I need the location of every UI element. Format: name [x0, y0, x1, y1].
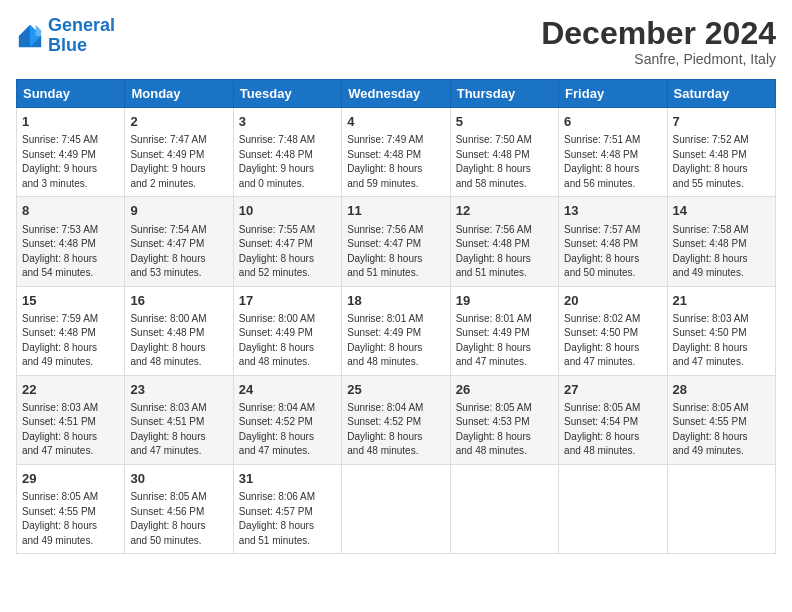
- day-info: Sunrise: 8:00 AM Sunset: 4:48 PM Dayligh…: [130, 312, 227, 370]
- calendar-cell: 4Sunrise: 7:49 AM Sunset: 4:48 PM Daylig…: [342, 108, 450, 197]
- day-info: Sunrise: 8:05 AM Sunset: 4:55 PM Dayligh…: [673, 401, 770, 459]
- day-info: Sunrise: 8:03 AM Sunset: 4:50 PM Dayligh…: [673, 312, 770, 370]
- day-number: 13: [564, 202, 661, 220]
- calendar-cell: 6Sunrise: 7:51 AM Sunset: 4:48 PM Daylig…: [559, 108, 667, 197]
- day-number: 28: [673, 381, 770, 399]
- day-number: 18: [347, 292, 444, 310]
- weekday-header-monday: Monday: [125, 80, 233, 108]
- day-number: 22: [22, 381, 119, 399]
- calendar-cell: 24Sunrise: 8:04 AM Sunset: 4:52 PM Dayli…: [233, 375, 341, 464]
- page-subtitle: Sanfre, Piedmont, Italy: [541, 51, 776, 67]
- calendar-cell: 17Sunrise: 8:00 AM Sunset: 4:49 PM Dayli…: [233, 286, 341, 375]
- page-title: December 2024: [541, 16, 776, 51]
- day-number: 3: [239, 113, 336, 131]
- calendar-cell: 30Sunrise: 8:05 AM Sunset: 4:56 PM Dayli…: [125, 464, 233, 553]
- day-info: Sunrise: 7:49 AM Sunset: 4:48 PM Dayligh…: [347, 133, 444, 191]
- day-info: Sunrise: 7:51 AM Sunset: 4:48 PM Dayligh…: [564, 133, 661, 191]
- day-number: 9: [130, 202, 227, 220]
- day-info: Sunrise: 7:54 AM Sunset: 4:47 PM Dayligh…: [130, 223, 227, 281]
- weekday-header-row: SundayMondayTuesdayWednesdayThursdayFrid…: [17, 80, 776, 108]
- day-number: 24: [239, 381, 336, 399]
- day-info: Sunrise: 8:04 AM Sunset: 4:52 PM Dayligh…: [347, 401, 444, 459]
- calendar-cell: 23Sunrise: 8:03 AM Sunset: 4:51 PM Dayli…: [125, 375, 233, 464]
- day-number: 30: [130, 470, 227, 488]
- calendar-week-row: 8Sunrise: 7:53 AM Sunset: 4:48 PM Daylig…: [17, 197, 776, 286]
- calendar-cell: 3Sunrise: 7:48 AM Sunset: 4:48 PM Daylig…: [233, 108, 341, 197]
- calendar-cell: 28Sunrise: 8:05 AM Sunset: 4:55 PM Dayli…: [667, 375, 775, 464]
- day-info: Sunrise: 8:05 AM Sunset: 4:55 PM Dayligh…: [22, 490, 119, 548]
- page-header: General Blue December 2024 Sanfre, Piedm…: [16, 16, 776, 67]
- day-number: 21: [673, 292, 770, 310]
- calendar-cell: [450, 464, 558, 553]
- weekday-header-sunday: Sunday: [17, 80, 125, 108]
- day-info: Sunrise: 7:57 AM Sunset: 4:48 PM Dayligh…: [564, 223, 661, 281]
- day-number: 14: [673, 202, 770, 220]
- logo: General Blue: [16, 16, 115, 56]
- calendar-week-row: 22Sunrise: 8:03 AM Sunset: 4:51 PM Dayli…: [17, 375, 776, 464]
- day-info: Sunrise: 8:05 AM Sunset: 4:54 PM Dayligh…: [564, 401, 661, 459]
- day-info: Sunrise: 8:01 AM Sunset: 4:49 PM Dayligh…: [347, 312, 444, 370]
- logo-icon: [16, 22, 44, 50]
- day-info: Sunrise: 8:03 AM Sunset: 4:51 PM Dayligh…: [22, 401, 119, 459]
- calendar-cell: 9Sunrise: 7:54 AM Sunset: 4:47 PM Daylig…: [125, 197, 233, 286]
- calendar-cell: [667, 464, 775, 553]
- day-number: 31: [239, 470, 336, 488]
- calendar-cell: 5Sunrise: 7:50 AM Sunset: 4:48 PM Daylig…: [450, 108, 558, 197]
- calendar-cell: 13Sunrise: 7:57 AM Sunset: 4:48 PM Dayli…: [559, 197, 667, 286]
- day-number: 6: [564, 113, 661, 131]
- calendar-cell: 31Sunrise: 8:06 AM Sunset: 4:57 PM Dayli…: [233, 464, 341, 553]
- day-number: 12: [456, 202, 553, 220]
- svg-marker-2: [36, 25, 42, 36]
- day-number: 23: [130, 381, 227, 399]
- calendar-cell: 1Sunrise: 7:45 AM Sunset: 4:49 PM Daylig…: [17, 108, 125, 197]
- weekday-header-tuesday: Tuesday: [233, 80, 341, 108]
- day-number: 5: [456, 113, 553, 131]
- calendar-cell: 8Sunrise: 7:53 AM Sunset: 4:48 PM Daylig…: [17, 197, 125, 286]
- weekday-header-friday: Friday: [559, 80, 667, 108]
- day-info: Sunrise: 7:56 AM Sunset: 4:47 PM Dayligh…: [347, 223, 444, 281]
- day-number: 29: [22, 470, 119, 488]
- day-number: 2: [130, 113, 227, 131]
- calendar-cell: 18Sunrise: 8:01 AM Sunset: 4:49 PM Dayli…: [342, 286, 450, 375]
- weekday-header-wednesday: Wednesday: [342, 80, 450, 108]
- day-info: Sunrise: 7:52 AM Sunset: 4:48 PM Dayligh…: [673, 133, 770, 191]
- calendar-cell: 7Sunrise: 7:52 AM Sunset: 4:48 PM Daylig…: [667, 108, 775, 197]
- day-info: Sunrise: 7:59 AM Sunset: 4:48 PM Dayligh…: [22, 312, 119, 370]
- day-info: Sunrise: 7:58 AM Sunset: 4:48 PM Dayligh…: [673, 223, 770, 281]
- logo-line2: Blue: [48, 35, 87, 55]
- day-number: 26: [456, 381, 553, 399]
- calendar-cell: 14Sunrise: 7:58 AM Sunset: 4:48 PM Dayli…: [667, 197, 775, 286]
- day-number: 10: [239, 202, 336, 220]
- day-number: 16: [130, 292, 227, 310]
- calendar-cell: 29Sunrise: 8:05 AM Sunset: 4:55 PM Dayli…: [17, 464, 125, 553]
- day-number: 17: [239, 292, 336, 310]
- calendar-cell: 26Sunrise: 8:05 AM Sunset: 4:53 PM Dayli…: [450, 375, 558, 464]
- calendar-week-row: 15Sunrise: 7:59 AM Sunset: 4:48 PM Dayli…: [17, 286, 776, 375]
- calendar-week-row: 1Sunrise: 7:45 AM Sunset: 4:49 PM Daylig…: [17, 108, 776, 197]
- day-info: Sunrise: 8:05 AM Sunset: 4:53 PM Dayligh…: [456, 401, 553, 459]
- day-number: 8: [22, 202, 119, 220]
- calendar-week-row: 29Sunrise: 8:05 AM Sunset: 4:55 PM Dayli…: [17, 464, 776, 553]
- day-number: 4: [347, 113, 444, 131]
- day-info: Sunrise: 8:00 AM Sunset: 4:49 PM Dayligh…: [239, 312, 336, 370]
- day-info: Sunrise: 8:06 AM Sunset: 4:57 PM Dayligh…: [239, 490, 336, 548]
- calendar-cell: 12Sunrise: 7:56 AM Sunset: 4:48 PM Dayli…: [450, 197, 558, 286]
- day-number: 25: [347, 381, 444, 399]
- day-number: 20: [564, 292, 661, 310]
- day-info: Sunrise: 7:47 AM Sunset: 4:49 PM Dayligh…: [130, 133, 227, 191]
- day-number: 1: [22, 113, 119, 131]
- day-info: Sunrise: 8:04 AM Sunset: 4:52 PM Dayligh…: [239, 401, 336, 459]
- day-info: Sunrise: 8:03 AM Sunset: 4:51 PM Dayligh…: [130, 401, 227, 459]
- day-info: Sunrise: 8:05 AM Sunset: 4:56 PM Dayligh…: [130, 490, 227, 548]
- calendar-cell: 15Sunrise: 7:59 AM Sunset: 4:48 PM Dayli…: [17, 286, 125, 375]
- calendar-cell: 11Sunrise: 7:56 AM Sunset: 4:47 PM Dayli…: [342, 197, 450, 286]
- day-number: 27: [564, 381, 661, 399]
- day-number: 7: [673, 113, 770, 131]
- weekday-header-saturday: Saturday: [667, 80, 775, 108]
- day-info: Sunrise: 7:56 AM Sunset: 4:48 PM Dayligh…: [456, 223, 553, 281]
- day-number: 19: [456, 292, 553, 310]
- calendar-cell: [559, 464, 667, 553]
- day-number: 15: [22, 292, 119, 310]
- calendar-cell: 2Sunrise: 7:47 AM Sunset: 4:49 PM Daylig…: [125, 108, 233, 197]
- calendar-cell: 27Sunrise: 8:05 AM Sunset: 4:54 PM Dayli…: [559, 375, 667, 464]
